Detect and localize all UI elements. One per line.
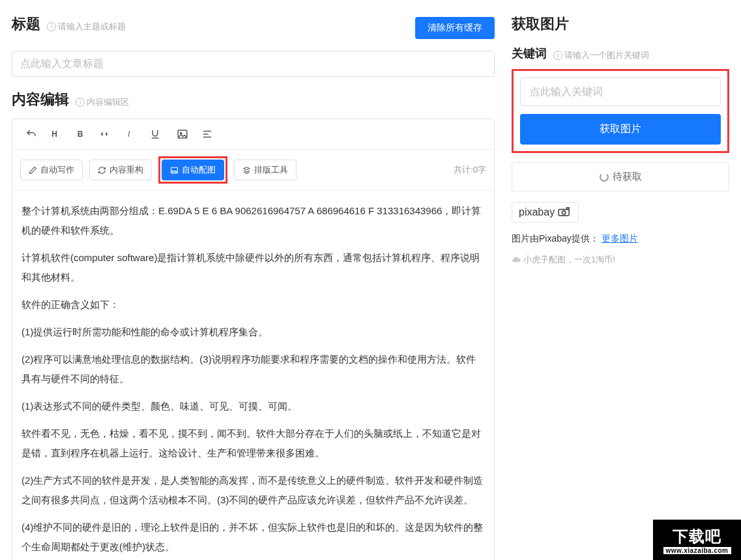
action-toolbar: 自动写作 内容重构 自动配图 排版工具 共计:0字 (12, 150, 494, 191)
watermark: 下载吧 www.xiazaiba.com (653, 520, 741, 560)
svg-text:I: I (128, 130, 130, 139)
content-heading: 内容编辑 (12, 90, 69, 109)
article-title-input[interactable] (12, 51, 495, 77)
content-para: (1)表达形式不同的硬件类型、颜色、味道、可见、可摸、可闻。 (22, 397, 485, 416)
keyword-label: 关键词 (512, 46, 547, 61)
svg-text:B: B (78, 130, 83, 139)
fetch-status: 待获取 (512, 162, 729, 191)
content-editor[interactable]: 整个计算机系统由两部分组成：E.69DA 5 E 6 BA 9062616964… (12, 191, 494, 560)
info-icon: i (47, 22, 56, 31)
footer-note: 小虎子配图，一次1淘币! (512, 254, 729, 266)
editor-container: H B I (12, 119, 495, 560)
underline-icon[interactable] (144, 123, 166, 145)
content-para: (4)维护不同的硬件是旧的，理论上软件是旧的，并不坏，但实际上软件也是旧的和坏的… (22, 518, 485, 557)
title-heading: 标题 (12, 14, 40, 34)
more-images-link[interactable]: 更多图片 (602, 233, 638, 244)
bold-icon[interactable]: B (70, 123, 92, 145)
content-hint: i 内容编辑区 (76, 96, 129, 108)
align-icon[interactable] (196, 123, 218, 145)
restructure-button[interactable]: 内容重构 (89, 160, 152, 180)
image-credit: 图片由Pixabay提供： 更多图片 (512, 233, 729, 245)
content-para: (2)生产方式不同的软件是开发，是人类智能的高发挥，而不是传统意义上的硬件制造。… (22, 471, 485, 510)
content-para: (2)程序可以满意地处理信息的数据结构。(3)说明程序功能要求和程序需要的文档的… (22, 350, 485, 389)
italic-icon[interactable]: I (119, 123, 141, 145)
camera-icon (557, 207, 572, 217)
svg-point-5 (181, 132, 182, 133)
keyword-highlight-box: 获取图片 (512, 69, 729, 153)
auto-image-button[interactable]: 自动配图 (162, 160, 224, 180)
undo-icon[interactable] (20, 123, 42, 145)
svg-text:H: H (51, 130, 57, 139)
cloud-icon (512, 255, 521, 264)
loading-icon (600, 173, 609, 182)
info-icon: i (76, 98, 85, 107)
svg-point-11 (562, 211, 566, 214)
auto-write-button[interactable]: 自动写作 (20, 160, 83, 180)
layout-tool-button[interactable]: 排版工具 (234, 160, 297, 180)
svg-rect-10 (559, 210, 569, 216)
content-para: 软件看不见，无色，枯燥，看不见，摸不到，闻不到。软件大部分存在于人们的头脑或纸上… (22, 424, 485, 463)
info-icon: i (553, 51, 562, 60)
svg-rect-12 (567, 208, 570, 210)
image-icon[interactable] (171, 123, 194, 145)
pixabay-badge: pixabay (512, 202, 579, 223)
content-para: (1)提供运行时所需功能和性能的命令或计算机程序集合。 (22, 322, 485, 342)
editor-toolbar: H B I (12, 119, 494, 150)
title-hint: i 请输入主题或标题 (47, 21, 126, 33)
auto-image-highlight: 自动配图 (158, 156, 227, 184)
keyword-hint: i 请输入一个图片关键词 (553, 49, 649, 61)
keyword-input[interactable] (520, 77, 721, 106)
content-para: 软件的正确含义如下： (22, 295, 485, 315)
fetch-image-button[interactable]: 获取图片 (520, 114, 721, 145)
quote-icon[interactable] (94, 123, 117, 145)
content-para: 计算机软件(computer software)是指计算机系统中除硬件以外的所有… (22, 248, 485, 287)
word-count: 共计:0字 (454, 164, 486, 176)
right-heading: 获取图片 (512, 14, 569, 34)
clear-cache-button[interactable]: 清除所有缓存 (415, 17, 495, 39)
heading-icon[interactable]: H (45, 123, 67, 145)
content-para: 整个计算机系统由两部分组成：E.69DA 5 E 6 BA 9062616964… (22, 201, 485, 240)
